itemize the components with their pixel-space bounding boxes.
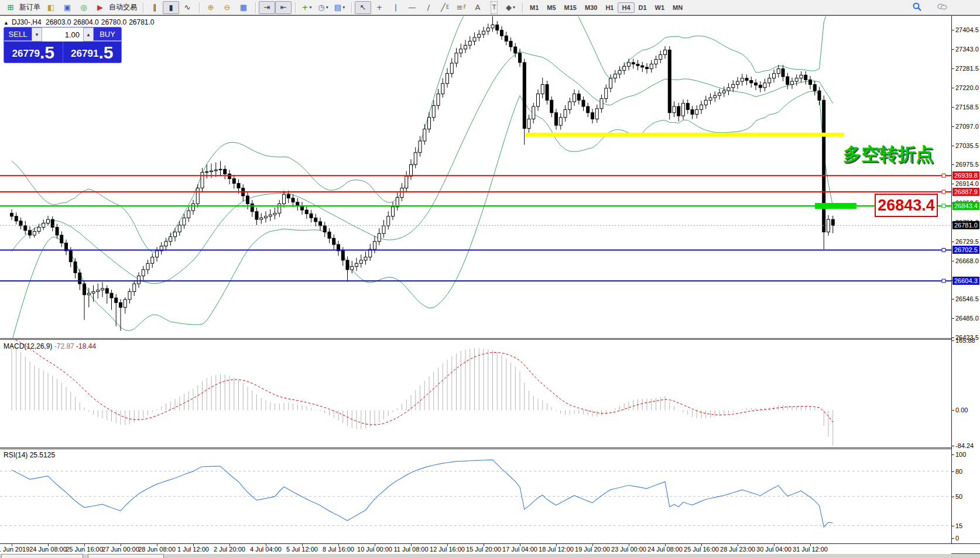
candle-body	[718, 93, 721, 95]
candle-body	[732, 84, 735, 87]
zoom-in-button[interactable]: ⊕	[203, 1, 219, 14]
candle-body	[777, 69, 780, 74]
equidistant-channel-button[interactable]: ╱E	[437, 1, 453, 14]
timeframe-w1[interactable]: W1	[651, 2, 669, 13]
candle-body	[273, 213, 276, 215]
price-callout-box[interactable]: 26843.4	[875, 194, 938, 217]
macd-label: MACD(12,26,9) -72.87 -18.44	[4, 342, 96, 350]
turning-point-annotation[interactable]: 多空转折点	[843, 142, 934, 167]
periods-button[interactable]: ◷▾	[315, 1, 331, 14]
candle-body	[74, 262, 77, 273]
arrows-button[interactable]: ◆▾	[502, 1, 519, 14]
line-anchor-marker[interactable]	[942, 174, 945, 177]
crosshair-icon: +	[376, 2, 383, 13]
axis-tick-mark	[952, 318, 954, 319]
line-anchor-marker[interactable]	[942, 204, 945, 208]
search-icon[interactable]	[912, 2, 922, 12]
candle-body	[809, 80, 812, 84]
line-chart-button[interactable]: ∿	[179, 1, 196, 14]
timeframe-m1[interactable]: M1	[526, 2, 543, 13]
sell-button[interactable]: SELL	[4, 27, 32, 42]
dropdown-caret-icon[interactable]: ▾	[309, 2, 311, 13]
tools-group: ↖+|—/╱E≡FAT◆▾	[355, 1, 519, 14]
time-axis[interactable]: 21 Jun 201924 Jun 08:0025 Jun 16:0027 Ju…	[0, 544, 951, 554]
styler-button[interactable]: ◧	[43, 1, 59, 14]
candle-body	[623, 66, 626, 70]
one-click-collapse-arrow[interactable]: ▲	[4, 20, 9, 26]
dropdown-caret-icon[interactable]: ▾	[513, 2, 515, 13]
profiles-button[interactable]: ▣	[59, 1, 76, 14]
vertical-line-button[interactable]: |	[388, 1, 404, 14]
templates-button[interactable]: ▤▾	[331, 1, 348, 14]
buy-price-pips: .5	[98, 44, 113, 61]
macd-pane[interactable]	[0, 339, 951, 447]
new-order-button[interactable]: ⊞	[2, 1, 19, 14]
chart-type-group: ∥▮∿	[146, 1, 196, 14]
text-label-button[interactable]: T	[486, 1, 502, 14]
trendline-button[interactable]: /	[420, 1, 437, 14]
bar-chart-icon: ∥	[153, 2, 157, 13]
horizontal-line-button[interactable]: —	[404, 1, 420, 14]
community-chat-icon[interactable]	[937, 2, 947, 12]
candle-body	[201, 173, 204, 188]
bar-chart-button[interactable]: ∥	[146, 1, 163, 14]
buy-price[interactable]: 26791.5	[63, 42, 122, 63]
autotrading-button-label[interactable]: 自动交易	[109, 2, 137, 12]
indicators-button[interactable]: +▾	[299, 1, 315, 14]
timeframe-h1[interactable]: H1	[601, 2, 618, 13]
chart-tab[interactable]	[88, 554, 164, 558]
price-axis[interactable]: 27404.527343.027281.527220.027158.527097…	[952, 16, 980, 543]
candle-body	[56, 228, 59, 235]
autotrading-button[interactable]: ▶	[92, 1, 108, 14]
timeframe-h4[interactable]: H4	[618, 2, 634, 13]
line-anchor-marker[interactable]	[942, 279, 945, 283]
line-anchor-marker[interactable]	[942, 248, 945, 252]
horizontal-line-icon: —	[409, 2, 416, 13]
candle-body	[410, 164, 413, 176]
volume-input[interactable]	[42, 27, 83, 42]
crosshair-button[interactable]: +	[371, 1, 388, 14]
axis-tick-mark	[952, 337, 954, 338]
candlestick-chart-button[interactable]: ▮	[163, 1, 179, 14]
candle-body	[818, 91, 821, 100]
volume-increase-button[interactable]: ▲	[83, 27, 94, 42]
candle-body	[269, 215, 272, 216]
chart-tab[interactable]	[1, 554, 83, 558]
timeframe-mn[interactable]: MN	[669, 2, 687, 13]
macd-signal-line	[12, 339, 833, 425]
new-order-button-label[interactable]: 新订单	[19, 2, 40, 12]
price-tick-label: 27343.0	[955, 46, 979, 53]
candle-body	[804, 75, 807, 80]
dropdown-caret-icon[interactable]: ▾	[326, 2, 328, 13]
candle-body	[587, 106, 590, 113]
candle-body	[97, 290, 100, 292]
volume-decrease-button[interactable]: ▼	[32, 27, 42, 42]
candle-body	[310, 214, 313, 218]
timeframe-d1[interactable]: D1	[635, 2, 651, 13]
rsi-pane-splitter[interactable]	[0, 447, 980, 449]
buy-button[interactable]: BUY	[94, 27, 121, 42]
zoom-out-button[interactable]: ⊖	[219, 1, 235, 14]
price-badge: 26887.9	[952, 188, 979, 196]
toolbar-separator	[199, 2, 200, 13]
signals-button[interactable]: ◎	[76, 1, 92, 14]
zoom-in-icon: ⊕	[208, 2, 214, 13]
dropdown-caret-icon[interactable]: ▾	[342, 2, 345, 13]
text-button[interactable]: A	[470, 1, 486, 14]
candle-body	[605, 88, 608, 99]
sell-price[interactable]: 26779.5	[4, 42, 63, 63]
rsi-pane[interactable]	[0, 449, 951, 543]
macd-pane-splitter[interactable]	[0, 338, 980, 340]
timeframe-m30[interactable]: M30	[581, 2, 601, 13]
timeframe-m15[interactable]: M15	[560, 2, 581, 13]
line-anchor-marker[interactable]	[942, 190, 945, 194]
tile-windows-button[interactable]: ▦	[235, 1, 252, 14]
cursor-button[interactable]: ↖	[355, 1, 371, 14]
price-tick-label: 26485.0	[955, 315, 979, 322]
fibonacci-button[interactable]: ≡F	[453, 1, 470, 14]
auto-scroll-button[interactable]: ⇥	[259, 1, 275, 14]
candle-body	[704, 100, 707, 105]
price-chart-pane[interactable]	[0, 16, 951, 338]
timeframe-m5[interactable]: M5	[543, 2, 560, 13]
chart-shift-button[interactable]: ⇤	[275, 1, 292, 14]
